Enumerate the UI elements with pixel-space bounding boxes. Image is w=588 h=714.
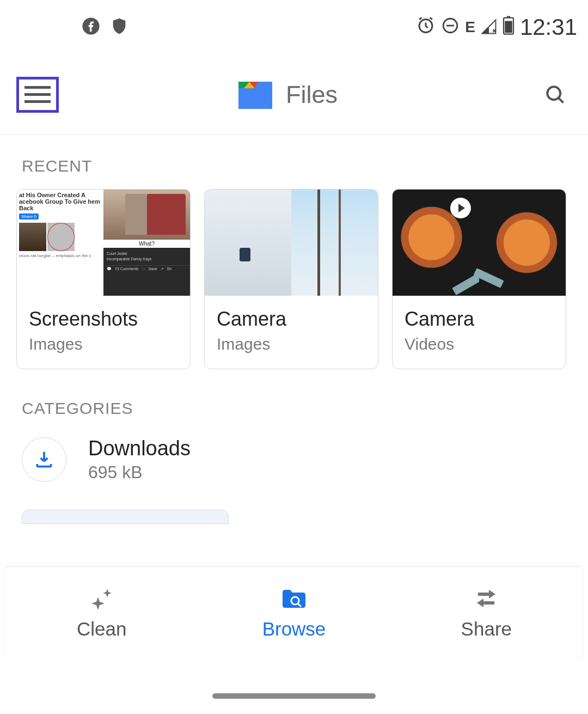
recent-label: RECENT: [0, 135, 588, 189]
nav-label: Browse: [262, 618, 326, 640]
preview-thumb: [393, 190, 479, 296]
battery-icon: [503, 14, 514, 40]
sparkle-icon: [88, 587, 116, 613]
recent-card-camera-videos[interactable]: Camera Videos: [392, 189, 566, 369]
preview-thumb: [479, 190, 566, 296]
signal-icon: [481, 14, 497, 40]
nav-label: Share: [461, 618, 512, 640]
swap-icon: [473, 587, 500, 613]
card-title: Camera: [217, 308, 366, 331]
svg-point-7: [547, 87, 560, 100]
facebook-icon: [82, 17, 100, 38]
preview-thumb: [205, 190, 291, 296]
network-type: E: [465, 19, 475, 36]
search-icon: [543, 83, 567, 107]
preview-thumb: at His Owner Created A acebook Group To …: [17, 190, 103, 296]
categories-label: CATEGORIES: [0, 369, 588, 431]
dnd-icon: [441, 14, 460, 40]
card-preview: at His Owner Created A acebook Group To …: [17, 190, 190, 296]
svg-rect-4: [507, 16, 510, 18]
preview-thumb: What? Court Jester Incomparable Danny Ka…: [103, 190, 190, 296]
content: RECENT at His Owner Created A acebook Gr…: [0, 135, 588, 524]
nav-share[interactable]: Share: [390, 567, 583, 660]
download-icon: [22, 437, 66, 482]
nav-browse[interactable]: Browse: [198, 567, 390, 660]
alarm-icon: [416, 14, 436, 40]
play-icon: [450, 198, 471, 218]
status-right: E 12:31: [416, 14, 577, 40]
status-bar: E 12:31: [0, 0, 588, 54]
app-title: Files: [286, 81, 338, 109]
folder-search-icon: [280, 587, 308, 613]
nav-label: Clean: [77, 618, 126, 640]
recent-card-camera-images[interactable]: Camera Images: [204, 189, 378, 369]
category-size: 695 kB: [88, 462, 191, 483]
preview-thumb: [291, 190, 378, 296]
shield-icon: [110, 17, 128, 38]
home-indicator[interactable]: [212, 693, 376, 699]
search-button[interactable]: [539, 83, 572, 107]
card-preview: [205, 190, 378, 296]
card-subtitle: Images: [29, 335, 178, 353]
bottom-nav: Clean Browse Share: [5, 567, 583, 660]
app-bar: Files: [0, 54, 588, 135]
category-downloads[interactable]: Downloads 695 kB: [0, 431, 588, 499]
recent-card-screenshots[interactable]: at His Owner Created A acebook Group To …: [16, 189, 191, 369]
card-subtitle: Images: [217, 335, 366, 353]
status-left: [82, 17, 128, 38]
svg-rect-5: [505, 21, 512, 33]
nav-clean[interactable]: Clean: [5, 567, 198, 660]
clock-time: 12:31: [520, 14, 577, 40]
card-title: Camera: [405, 308, 554, 331]
category-title: Downloads: [88, 437, 191, 460]
files-logo-icon: [238, 78, 272, 111]
card-preview: [393, 190, 566, 296]
partial-card[interactable]: [22, 510, 229, 524]
card-title: Screenshots: [29, 308, 178, 331]
card-subtitle: Videos: [405, 335, 554, 353]
app-title-wrap: Files: [37, 78, 539, 111]
recent-row[interactable]: at His Owner Created A acebook Group To …: [0, 189, 588, 369]
